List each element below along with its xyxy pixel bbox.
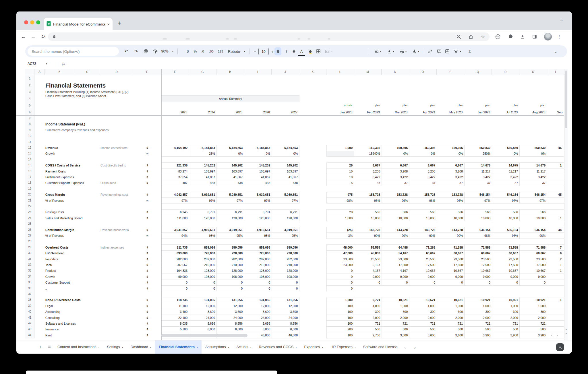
sheet-tab-revenues-and-cogs[interactable]: Revenues and COGS▾: [255, 340, 301, 354]
extensions-puzzle-icon[interactable]: [506, 30, 515, 43]
data-cell[interactable]: 1: [547, 215, 564, 221]
data-cell[interactable]: 0: [326, 268, 354, 274]
browser-menu-kebab-icon[interactable]: ⋮: [555, 30, 564, 43]
column-header[interactable]: C: [74, 69, 100, 75]
data-cell[interactable]: 23,500: [464, 256, 492, 262]
data-cell[interactable]: 12,000: [216, 303, 244, 309]
row-unit[interactable]: $: [133, 215, 161, 221]
scroll-tabs-right-icon[interactable]: ›: [410, 340, 420, 354]
data-cell[interactable]: 118,735: [161, 297, 189, 303]
data-cell[interactable]: 131,056: [189, 297, 217, 303]
column-header[interactable]: N: [382, 69, 409, 75]
row-unit[interactable]: $: [133, 309, 161, 315]
data-cell[interactable]: 10: [326, 174, 354, 180]
data-cell[interactable]: 1: [547, 162, 564, 168]
chevron-down-icon[interactable]: ▾: [171, 45, 175, 57]
column-header[interactable]: P: [437, 69, 464, 75]
data-cell[interactable]: 6,791: [244, 209, 272, 215]
data-cell[interactable]: 3,600: [189, 309, 217, 315]
sheet-tab-hr-expenses[interactable]: HR Expenses▾: [327, 340, 359, 354]
chevron-down-icon[interactable]: ▾: [228, 346, 229, 348]
data-cell[interactable]: 0%: [437, 151, 465, 157]
data-cell[interactable]: 728,000: [189, 250, 217, 256]
data-cell[interactable]: 9,000: [409, 274, 437, 280]
data-cell[interactable]: 0: [492, 280, 520, 286]
data-cell[interactable]: 282,000: [244, 256, 272, 262]
row-header[interactable]: 13: [25, 151, 34, 157]
sheet-tab-assumptions[interactable]: Assumptions▾: [202, 340, 233, 354]
data-cell[interactable]: 4,164,192: [161, 145, 189, 151]
data-cell[interactable]: 3,422: [492, 174, 520, 180]
data-cell[interactable]: 145,202: [189, 162, 217, 168]
data-cell[interactable]: 3,300: [382, 332, 409, 338]
format-currency-button[interactable]: $: [184, 45, 191, 57]
data-cell[interactable]: 300: [464, 309, 492, 315]
select-all-corner[interactable]: [25, 69, 34, 75]
data-cell[interactable]: 10,000: [409, 215, 437, 221]
data-cell[interactable]: 546,154: [464, 192, 492, 198]
data-cell[interactable]: 2,000: [492, 315, 520, 321]
data-cell[interactable]: 96%: [354, 197, 382, 204]
data-cell[interactable]: 11,217: [464, 168, 492, 174]
row-label[interactable]: Growth: [45, 274, 100, 280]
data-cell[interactable]: 153,728: [437, 192, 465, 198]
data-cell[interactable]: 108,000: [244, 274, 272, 280]
row-label[interactable]: Gross Margin: [45, 192, 100, 198]
data-cell[interactable]: 300: [382, 309, 409, 315]
row-label[interactable]: Accounting: [45, 309, 100, 315]
data-cell[interactable]: 24,000: [244, 315, 272, 321]
row-header[interactable]: 11: [25, 139, 34, 145]
data-cell[interactable]: 55,555: [354, 244, 382, 250]
data-cell[interactable]: 10: [326, 168, 354, 174]
data-cell[interactable]: [547, 209, 564, 215]
data-cell[interactable]: 10,000: [464, 215, 492, 221]
data-cell[interactable]: 566: [354, 209, 382, 215]
data-cell[interactable]: 500: [409, 326, 437, 332]
row-header[interactable]: 17: [25, 174, 34, 180]
data-cell[interactable]: 5,700: [161, 326, 189, 332]
data-cell[interactable]: 0: [326, 274, 354, 280]
data-cell[interactable]: 9,167: [354, 262, 382, 268]
row-unit[interactable]: $: [133, 285, 161, 291]
chevron-down-icon[interactable]: ▾: [379, 45, 382, 57]
row-description[interactable]: Income earned from: [100, 145, 132, 151]
data-cell[interactable]: 282,000: [272, 256, 299, 262]
data-cell[interactable]: 108,000: [189, 274, 217, 280]
data-cell[interactable]: 160,395: [409, 145, 437, 151]
data-cell[interactable]: 0: [216, 280, 244, 286]
tab-search-chevron-icon[interactable]: ⌄: [560, 17, 563, 22]
row-unit[interactable]: $: [133, 262, 161, 268]
data-cell[interactable]: 0: [161, 280, 189, 286]
row-header[interactable]: 22: [25, 203, 34, 209]
data-cell[interactable]: 500: [354, 326, 382, 332]
row-unit[interactable]: $: [133, 209, 161, 215]
data-cell[interactable]: 22,100: [161, 315, 189, 321]
data-cell[interactable]: 3,208: [354, 168, 382, 174]
chevron-down-icon[interactable]: ▾: [150, 346, 151, 348]
data-cell[interactable]: 500: [437, 326, 465, 332]
row-label[interactable]: HR Overhead: [45, 250, 100, 256]
data-cell[interactable]: 9,000: [492, 274, 520, 280]
data-cell[interactable]: 0: [326, 280, 354, 286]
data-cell[interactable]: 14,675: [492, 162, 520, 168]
data-cell[interactable]: [547, 180, 564, 186]
data-cell[interactable]: 23,500: [437, 256, 465, 262]
data-cell[interactable]: 282,000: [161, 256, 189, 262]
chevron-down-icon[interactable]: ▾: [197, 346, 198, 348]
explore-button[interactable]: [556, 343, 564, 351]
data-cell[interactable]: 96%: [464, 232, 492, 239]
sheet-tab-dashboard[interactable]: Dashboard▾: [127, 340, 155, 354]
column-header[interactable]: L: [326, 69, 354, 75]
data-cell[interactable]: 1,000: [382, 303, 409, 309]
data-cell[interactable]: 41,067: [244, 174, 272, 180]
data-cell[interactable]: 143,728: [437, 227, 465, 233]
data-cell[interactable]: 6,000: [216, 326, 244, 332]
data-cell[interactable]: 6,667: [437, 162, 465, 168]
data-cell[interactable]: 11,100: [161, 303, 189, 309]
data-cell[interactable]: 96%: [519, 232, 547, 239]
data-cell[interactable]: 108,000: [216, 274, 244, 280]
data-cell[interactable]: 0: [464, 280, 492, 286]
data-cell[interactable]: 8,656: [272, 320, 299, 326]
data-cell[interactable]: 300: [437, 309, 465, 315]
data-cell[interactable]: 6,000: [272, 326, 299, 332]
